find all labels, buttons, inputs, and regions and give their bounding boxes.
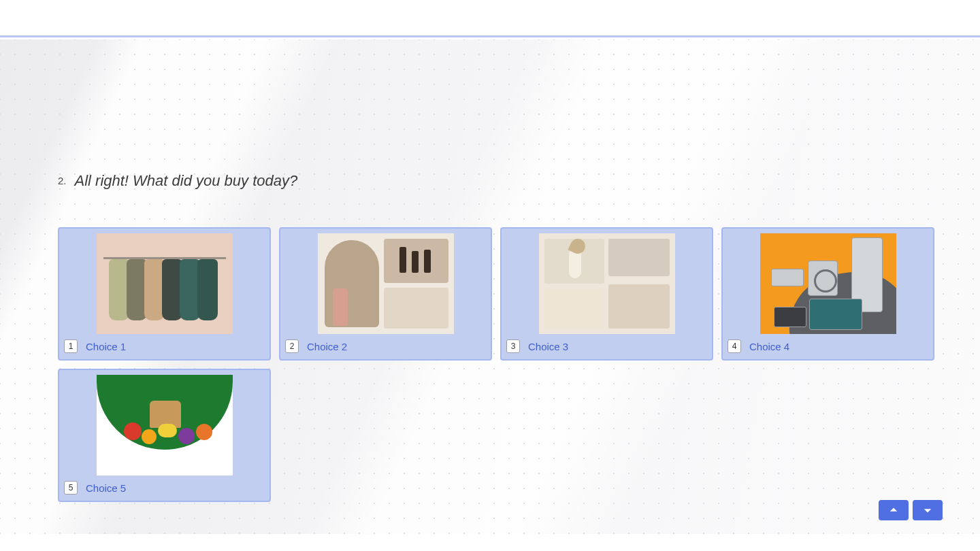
choice-footer: 3 Choice 3: [506, 338, 707, 354]
choice-label: Choice 5: [86, 482, 126, 494]
choice-card-2[interactable]: 2 Choice 2: [279, 227, 492, 361]
appliances-icon: [760, 233, 896, 334]
choice-label: Choice 2: [307, 341, 347, 352]
question-text: All right! What did you buy today?: [75, 172, 298, 190]
choice-image: [64, 375, 265, 475]
cosmetics-icon: [318, 233, 454, 334]
choice-grid: 1 Choice 1 2 Choice 2: [58, 227, 943, 502]
choice-image: [506, 233, 707, 334]
question-nav: [879, 500, 943, 520]
choice-image: [64, 233, 265, 334]
choice-number-badge: 4: [728, 339, 741, 353]
clothing-rack-icon: [97, 233, 233, 334]
choice-footer: 4 Choice 4: [728, 338, 928, 354]
question-row: 2. All right! What did you buy today?: [58, 172, 943, 190]
choice-card-1[interactable]: 1 Choice 1: [58, 227, 271, 361]
choice-number-badge: 5: [64, 481, 78, 495]
next-question-button[interactable]: [913, 500, 943, 520]
choice-number-badge: 2: [285, 339, 299, 353]
choice-number-badge: 3: [506, 339, 520, 353]
choice-footer: 5 Choice 5: [64, 480, 265, 496]
choice-footer: 2 Choice 2: [285, 338, 486, 354]
choice-label: Choice 1: [86, 341, 126, 352]
choice-label: Choice 3: [528, 341, 568, 352]
choice-number-badge: 1: [64, 339, 78, 353]
choice-footer: 1 Choice 1: [64, 338, 265, 354]
choice-image: [728, 233, 928, 334]
choice-card-3[interactable]: 3 Choice 3: [500, 227, 713, 361]
bottom-bar: [0, 534, 980, 551]
choice-card-5[interactable]: 5 Choice 5: [58, 369, 271, 502]
survey-content: 2. All right! What did you buy today? 1 …: [0, 39, 980, 534]
choice-card-4[interactable]: 4 Choice 4: [721, 227, 934, 361]
groceries-icon: [97, 375, 233, 475]
choice-image: [285, 233, 486, 334]
chevron-up-icon: [889, 505, 898, 515]
chevron-down-icon: [923, 505, 932, 515]
question-number: 2.: [58, 172, 67, 186]
top-bar: [0, 0, 980, 37]
prev-question-button[interactable]: [879, 500, 909, 520]
choice-label: Choice 4: [749, 341, 789, 352]
home-decor-icon: [539, 233, 675, 334]
